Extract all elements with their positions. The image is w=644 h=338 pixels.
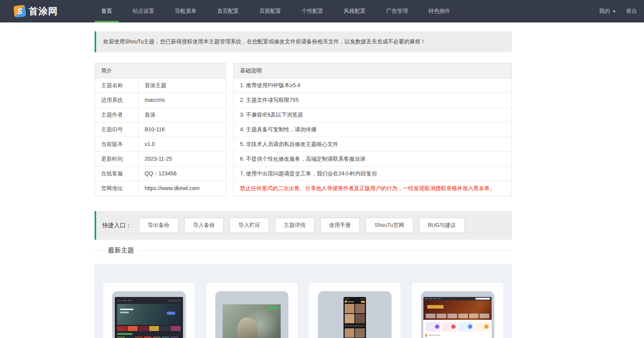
note-row: 7. 使用中出现问题请提交工单，我们会在24小时内回复你: [234, 166, 511, 181]
intro-table-title: 简介: [95, 63, 226, 78]
theme-preview-card-player[interactable]: 首涂播放: [206, 283, 298, 338]
my-dropdown-label: 我的: [599, 8, 610, 15]
notes-table: 基础说明 1. 推荐使用PHP版本≥5.4 2. 主题文件读写权限755 3. …: [233, 63, 512, 196]
import-backup-button[interactable]: 导入备份: [184, 218, 224, 233]
table-row: 主题作者 首涂: [95, 108, 226, 122]
row-value: v1.0: [138, 137, 155, 151]
topbar-right: 我的 ▼ 前台: [599, 0, 644, 22]
chevron-down-icon: ▼: [612, 9, 616, 14]
nav-item-home[interactable]: 首页: [95, 0, 119, 22]
bug-suggest-button[interactable]: BUG与建议: [419, 218, 465, 233]
warning-note-row: 禁止任何形式的二次出售、分享他人等侵害作者及正版用户的行为，一经发现取消授权资格…: [234, 181, 511, 196]
quick-entry-bar: 快捷入口： 导出备份 导入备份 导入栏目 主题详情 使用手册 ShouTu官网 …: [95, 211, 512, 240]
row-value: 首涂主题: [138, 78, 166, 93]
table-row: 当前版本 v1.0: [95, 137, 226, 152]
row-value: maccms: [138, 93, 165, 107]
official-site-url: https://www.dkewl.com: [138, 181, 200, 196]
my-dropdown[interactable]: 我的 ▼: [599, 8, 616, 15]
row-label: 当前版本: [95, 137, 138, 151]
shoutu-site-button[interactable]: ShouTu官网: [366, 218, 413, 233]
latest-themes-heading: 最新主题: [95, 246, 512, 255]
mock-section-header: [423, 334, 492, 338]
row-value: QQ：123456: [138, 166, 177, 181]
tablet-frame: [421, 291, 495, 338]
nav-item-site-settings[interactable]: 站点设置: [126, 0, 161, 22]
note-row: 5. 非技术人员请勿私自修改主题核心文件: [234, 137, 511, 152]
front-site-link[interactable]: 前台: [626, 8, 637, 15]
note-row: 4. 主题具备可复制性，请勿传播: [234, 122, 511, 137]
mock-navbar: [117, 299, 181, 302]
note-row: 1. 推荐使用PHP版本≥5.4: [234, 78, 511, 93]
theme-details-button[interactable]: 主题详情: [275, 218, 314, 233]
shoutu-logo-icon: S: [14, 5, 26, 18]
tablet-frame: [318, 291, 392, 338]
nav-item-ad-management[interactable]: 广告管理: [380, 0, 414, 22]
row-value: 首涂: [138, 108, 155, 122]
row-label: 主题作者: [95, 108, 138, 122]
mock-navbar: [423, 297, 492, 300]
quick-entry-label: 快捷入口：: [102, 222, 131, 229]
mock-photo-grid: [345, 304, 365, 323]
row-value: B10-116: [138, 122, 165, 137]
table-row: 更新时间 2023-11-25: [95, 152, 226, 166]
row-label: 在线客服: [95, 166, 138, 181]
intro-table: 简介 主题名称 首涂主题 适用系统 maccms 主题作者 首涂 主题ID号 B…: [95, 63, 226, 196]
table-row: 主题ID号 B10-116: [95, 122, 226, 137]
tablet-frame: 首涂播放: [215, 291, 289, 338]
mock-title-bar: [345, 325, 365, 327]
mock-hero-banner: [423, 300, 492, 320]
main-content: 欢迎使用ShouTu主题，您已获得授权使用本主题管理系统，在您配置或修改文件前请…: [95, 31, 512, 338]
main-nav: 首页 站点设置 导航菜单 首页配置 页面配置 个性配置 风格配置 广告管理 特色…: [95, 0, 464, 22]
nav-item-home-config[interactable]: 首页配置: [211, 0, 245, 22]
mock-promo-strip: [117, 326, 181, 331]
note-row: 6. 不提供个性化修改服务，高端定制请联系客服洽谈: [234, 152, 511, 166]
theme-preview-card-light-desktop[interactable]: [412, 283, 504, 338]
mock-photo-grid: [345, 328, 365, 338]
mock-video-still: 首涂播放: [223, 304, 281, 338]
note-row: 3. 不兼容IE8及以下浏览器: [234, 108, 511, 122]
table-row: 主题名称 首涂主题: [95, 78, 226, 93]
nav-item-personal-config[interactable]: 个性配置: [295, 0, 330, 22]
import-columns-button[interactable]: 导入栏目: [230, 218, 269, 233]
player-watermark: 首涂播放: [268, 306, 278, 310]
top-navbar: S 首涂网 首页 站点设置 导航菜单 首页配置 页面配置 个性配置 风格配置 广…: [0, 0, 644, 22]
row-label: 主题名称: [95, 78, 138, 93]
user-manual-button[interactable]: 使用手册: [320, 218, 360, 233]
nav-item-featured-plugins[interactable]: 特色插件: [422, 0, 457, 22]
row-value: 2023-11-25: [138, 152, 172, 166]
welcome-notice: 欢迎使用ShouTu主题，您已获得授权使用本主题管理系统，在您配置或修改文件前请…: [95, 31, 512, 52]
table-row: 官网地址 https://www.dkewl.com: [95, 181, 226, 196]
table-row: 适用系统 maccms: [95, 93, 226, 108]
mock-figure: [237, 317, 257, 338]
export-backup-button[interactable]: 导出备份: [139, 218, 178, 233]
mobile-app-screenshot: [344, 297, 366, 338]
nav-item-nav-menu[interactable]: 导航菜单: [168, 0, 203, 22]
theme-preview-card-dark-desktop[interactable]: [103, 283, 195, 338]
brand[interactable]: S 首涂网: [0, 0, 95, 22]
notes-table-title: 基础说明: [234, 63, 511, 78]
latest-themes-title: 最新主题: [104, 246, 138, 255]
mock-poster-grid: [117, 336, 181, 338]
mock-hero-banner: [117, 304, 181, 325]
note-row: 2. 主题文件读写权限755: [234, 93, 511, 108]
mock-statusbar: [345, 299, 365, 299]
brand-name: 首涂网: [29, 5, 58, 17]
mock-category-cards: [423, 320, 492, 334]
nav-item-style-config[interactable]: 风格配置: [337, 0, 372, 22]
table-row: 在线客服 QQ：123456: [95, 166, 226, 181]
latest-themes-panel: 首涂播放: [95, 264, 512, 338]
mock-app-header: [345, 300, 365, 303]
mock-section-label: [117, 333, 133, 335]
welcome-notice-text: 欢迎使用ShouTu主题，您已获得授权使用本主题管理系统，在您配置或修改文件前请…: [103, 38, 426, 45]
dark-movie-site-screenshot: [115, 297, 183, 338]
light-movie-site-screenshot: [423, 297, 492, 338]
row-label: 适用系统: [95, 93, 138, 107]
row-label: 主题ID号: [95, 122, 138, 137]
nav-item-page-config[interactable]: 页面配置: [253, 0, 288, 22]
info-tables: 简介 主题名称 首涂主题 适用系统 maccms 主题作者 首涂 主题ID号 B…: [95, 63, 512, 196]
row-label: 官网地址: [95, 181, 138, 196]
theme-preview-card-mobile[interactable]: [309, 283, 401, 338]
video-player-screenshot: 首涂播放: [223, 304, 281, 338]
row-label: 更新时间: [95, 152, 138, 166]
tablet-frame: [112, 291, 186, 338]
